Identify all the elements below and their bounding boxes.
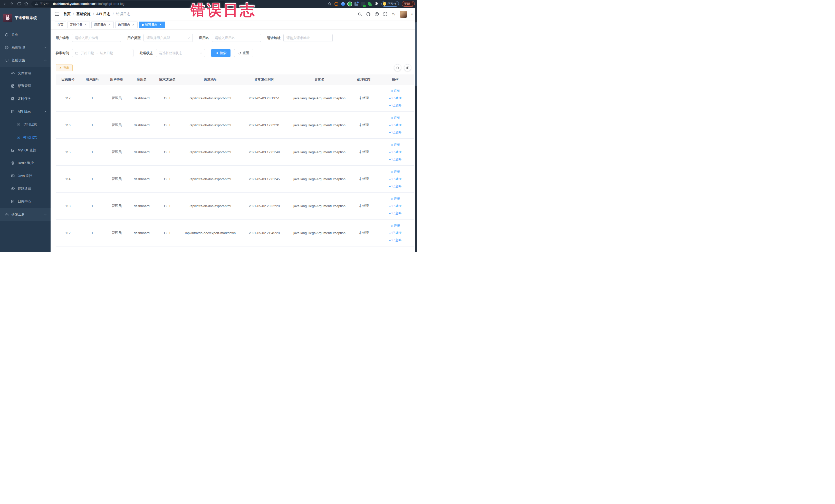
table-row: 113 1 管理员 dashboard GET /api/infra/db-do… bbox=[56, 193, 414, 220]
fullscreen-icon[interactable] bbox=[383, 12, 388, 16]
tag-error-log[interactable]: 错误日志✕ bbox=[139, 22, 165, 28]
sidebar-item-log-center[interactable]: 日志中心 bbox=[0, 195, 50, 208]
monitor-icon bbox=[5, 58, 9, 62]
reset-button[interactable]: 重置 bbox=[234, 49, 253, 57]
table-row: 114 1 管理员 dashboard GET /api/infra/db-do… bbox=[56, 166, 414, 193]
breadcrumb-home[interactable]: 首页 bbox=[63, 12, 70, 16]
sidebar-item-config-management[interactable]: 配置管理 bbox=[0, 80, 50, 93]
user-no-input[interactable] bbox=[72, 34, 121, 42]
back-icon[interactable] bbox=[3, 2, 7, 6]
home-icon[interactable] bbox=[24, 2, 28, 6]
sidebar-item-java-monitor[interactable]: Java 监控 bbox=[0, 169, 50, 182]
reload-icon[interactable] bbox=[17, 2, 21, 6]
status-select[interactable]: 请选择处理状态 bbox=[156, 49, 205, 57]
sidebar-item-api-log[interactable]: API 日志 bbox=[0, 105, 50, 118]
sidebar-item-scheduled-jobs[interactable]: 定时任务 bbox=[0, 93, 50, 105]
security-warning[interactable]: 不安全 bbox=[35, 2, 49, 6]
hamburger-icon[interactable] bbox=[55, 12, 59, 16]
extension-icon-grid[interactable] bbox=[354, 2, 358, 6]
app-name-input[interactable] bbox=[212, 34, 261, 42]
mark-ignored-link[interactable]: 已忽略 bbox=[389, 211, 402, 216]
sidebar-item-mysql-monitor[interactable]: MySQL 监控 bbox=[0, 144, 50, 157]
cell-method: GET bbox=[155, 177, 180, 181]
close-icon[interactable]: ✕ bbox=[131, 23, 135, 26]
extension-icon-switch[interactable] bbox=[361, 2, 365, 6]
breadcrumb-infrastructure[interactable]: 基础设施 bbox=[76, 12, 90, 16]
detail-link[interactable]: 详细 bbox=[390, 170, 400, 174]
browser-menu-icon[interactable] bbox=[412, 2, 412, 6]
extension-icon-orange[interactable] bbox=[334, 2, 338, 6]
user-type-select[interactable]: 请选择用户类型 bbox=[143, 34, 193, 42]
table-body: 117 1 管理员 dashboard GET /api/infra/db-do… bbox=[56, 85, 414, 246]
cell-log-id: 114 bbox=[56, 177, 80, 181]
mark-ignored-link[interactable]: 已忽略 bbox=[389, 130, 402, 135]
forward-icon[interactable] bbox=[10, 2, 14, 6]
paused-label: 已暂停 bbox=[388, 2, 396, 6]
mark-ignored-link[interactable]: 已忽略 bbox=[389, 238, 402, 242]
sidebar-item-system[interactable]: 系统管理 bbox=[0, 41, 50, 54]
cell-log-id: 117 bbox=[56, 96, 80, 100]
extension-icon-leaf[interactable] bbox=[368, 2, 372, 6]
extensions-puzzle-icon[interactable] bbox=[374, 2, 379, 6]
avatar-caret-icon[interactable]: ▼ bbox=[411, 13, 413, 16]
overlay-annotation-title: 错误日志 bbox=[190, 1, 256, 20]
chevron-down-icon bbox=[44, 46, 47, 49]
detail-link[interactable]: 详细 bbox=[390, 89, 400, 93]
mark-processed-link[interactable]: 已处理 bbox=[389, 231, 402, 235]
bookmark-star-icon[interactable] bbox=[328, 2, 332, 6]
refresh-button[interactable] bbox=[394, 64, 401, 72]
close-icon[interactable]: ✕ bbox=[159, 23, 162, 26]
detail-link[interactable]: 详细 bbox=[390, 143, 400, 147]
mark-processed-link[interactable]: 已处理 bbox=[389, 150, 402, 154]
mark-processed-link[interactable]: 已处理 bbox=[389, 177, 402, 181]
close-icon[interactable]: ✕ bbox=[84, 23, 87, 26]
search-icon[interactable] bbox=[358, 12, 362, 16]
cell-status: 未处理 bbox=[351, 204, 376, 208]
mark-ignored-link[interactable]: 已忽略 bbox=[389, 103, 402, 107]
extension-icon-green[interactable] bbox=[348, 2, 352, 6]
scrollbar-track[interactable] bbox=[415, 8, 418, 252]
cell-user-id: 1 bbox=[80, 150, 104, 154]
search-button[interactable]: 搜索 bbox=[211, 49, 230, 57]
cell-time: 2021-05-03 12:01:49 bbox=[241, 150, 288, 154]
sidebar-item-infrastructure[interactable]: 基础设施 bbox=[0, 54, 50, 67]
github-icon[interactable] bbox=[366, 12, 371, 16]
column-settings-button[interactable] bbox=[404, 64, 411, 72]
date-range-picker[interactable]: 开始日期 - 结束日期 bbox=[72, 49, 134, 57]
request-url-input[interactable] bbox=[283, 34, 333, 42]
mark-processed-link[interactable]: 已处理 bbox=[389, 123, 402, 127]
detail-link[interactable]: 详细 bbox=[390, 197, 400, 201]
font-size-icon[interactable]: TT bbox=[391, 12, 396, 16]
tag-scheduled-jobs[interactable]: 定时任务✕ bbox=[67, 22, 90, 28]
tag-schedule-log[interactable]: 调度日志✕ bbox=[91, 22, 114, 28]
detail-link[interactable]: 详细 bbox=[390, 116, 400, 120]
sidebar-item-devtools[interactable]: 研发工具 bbox=[0, 208, 50, 221]
mark-ignored-link[interactable]: 已忽略 bbox=[389, 157, 402, 161]
sidebar-item-file-management[interactable]: 文件管理 bbox=[0, 67, 50, 80]
cell-app-name: dashboard bbox=[129, 96, 155, 100]
cell-method: GET bbox=[155, 204, 180, 208]
extension-icon-blue[interactable] bbox=[341, 2, 345, 6]
detail-link[interactable]: 详细 bbox=[390, 224, 400, 228]
cell-log-id: 115 bbox=[56, 150, 80, 154]
export-button[interactable]: 导出 bbox=[56, 64, 73, 72]
sidebar-item-access-log[interactable]: 访问日志 bbox=[0, 118, 50, 131]
sidebar-item-home[interactable]: 首页 bbox=[0, 28, 50, 41]
browser-update-button[interactable]: 更新 bbox=[402, 1, 415, 7]
close-icon[interactable]: ✕ bbox=[107, 23, 111, 26]
mark-ignored-link[interactable]: 已忽略 bbox=[389, 184, 402, 188]
mark-processed-link[interactable]: 已处理 bbox=[389, 96, 402, 100]
help-icon[interactable] bbox=[374, 12, 379, 16]
sidebar-item-error-log[interactable]: 错误日志 bbox=[0, 131, 50, 144]
app-logo-row[interactable]: 芋道管理系统 bbox=[0, 8, 50, 28]
tag-home[interactable]: 首页 bbox=[55, 22, 66, 28]
sidebar-item-trace[interactable]: 链路追踪 bbox=[0, 182, 50, 195]
screen: 不安全 dashboard.yudao.iocoder.cn/infra/log… bbox=[0, 0, 418, 252]
profile-paused-badge[interactable]: 已暂停 bbox=[382, 1, 399, 7]
breadcrumb-api-log[interactable]: API 日志 bbox=[96, 12, 110, 16]
tag-access-log[interactable]: 访问日志✕ bbox=[115, 22, 138, 28]
user-avatar[interactable] bbox=[400, 11, 407, 18]
mark-processed-link[interactable]: 已处理 bbox=[389, 204, 402, 208]
sidebar-item-redis-monitor[interactable]: Redis 监控 bbox=[0, 157, 50, 169]
scrollbar-thumb[interactable] bbox=[415, 22, 418, 86]
